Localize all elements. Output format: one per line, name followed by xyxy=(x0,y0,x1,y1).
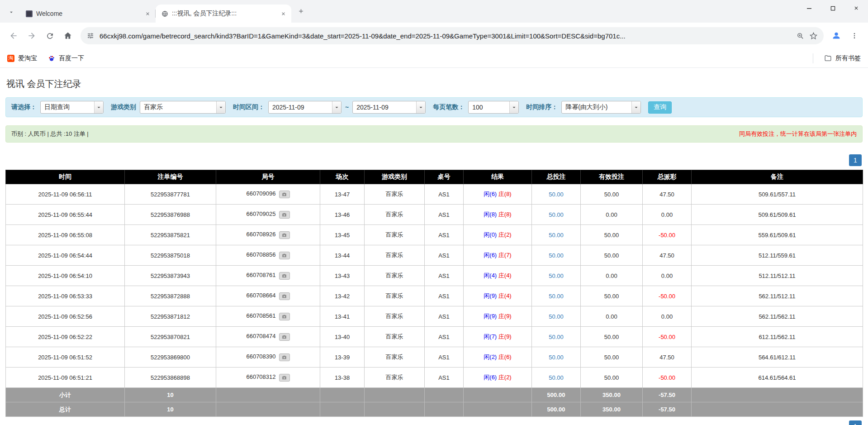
cell-session: 13-46 xyxy=(320,205,365,225)
header-valid-bet: 有效投注 xyxy=(581,170,643,184)
round-video-icon[interactable] xyxy=(279,191,290,198)
chevron-down-icon[interactable] xyxy=(509,101,518,113)
back-button[interactable] xyxy=(5,27,23,45)
total-bet-link[interactable]: 50.00 xyxy=(549,252,564,259)
game-type-select[interactable]: 百家乐 xyxy=(140,101,226,114)
cell-bet-id: 522953875018 xyxy=(125,245,216,266)
cell-valid-bet: 0.00 xyxy=(581,306,643,327)
bookmark-star-icon[interactable] xyxy=(810,32,817,40)
site-settings-icon[interactable] xyxy=(87,32,94,39)
cell-game-type: 百家乐 xyxy=(365,205,425,225)
chevron-down-icon[interactable] xyxy=(216,101,225,113)
cell-total-bet: 50.00 xyxy=(532,306,581,327)
date-end-select[interactable]: 2025-11-09 xyxy=(352,101,426,114)
round-video-icon[interactable] xyxy=(279,231,290,239)
new-tab-button[interactable] xyxy=(294,4,308,18)
cell-result: 闲(0) 庄(2) xyxy=(464,225,532,245)
cell-game-type: 百家乐 xyxy=(365,245,425,266)
per-page-select[interactable]: 100 xyxy=(468,101,519,114)
cell-time: 2025-11-09 06:53:33 xyxy=(6,286,125,306)
total-bet-link[interactable]: 50.00 xyxy=(549,272,564,279)
bookmark-baidu[interactable]: 百度一下 xyxy=(48,54,84,62)
cell-game-type: 百家乐 xyxy=(365,368,425,388)
sort-order-select[interactable]: 降幂(由大到小) xyxy=(561,101,641,114)
round-video-icon[interactable] xyxy=(279,292,290,300)
round-video-icon[interactable] xyxy=(279,353,290,361)
cell-total-bet: 50.00 xyxy=(532,347,581,368)
tab-search-button[interactable] xyxy=(4,5,19,20)
chevron-down-icon[interactable] xyxy=(332,101,341,113)
cell-round: 660709096 xyxy=(216,184,320,205)
header-time: 时间 xyxy=(6,170,125,184)
total-bet-link[interactable]: 50.00 xyxy=(549,232,564,239)
cell-total-bet: 50.00 xyxy=(532,225,581,245)
cell-note: 564.61/612.11 xyxy=(692,347,863,368)
cell-valid-bet: 50.00 xyxy=(581,184,643,205)
header-game-type: 游戏类别 xyxy=(365,170,425,184)
cell-round: 660708474 xyxy=(216,327,320,347)
page-number-button[interactable]: 1 xyxy=(849,154,862,166)
zoom-icon[interactable] xyxy=(797,32,804,40)
total-bet-link[interactable]: 50.00 xyxy=(549,354,564,361)
chevron-down-icon[interactable] xyxy=(94,101,103,113)
result-banker: 庄(9) xyxy=(498,313,512,320)
cell-result: 闲(6) 庄(2) xyxy=(464,368,532,388)
footer-session xyxy=(320,388,365,402)
total-bet-link[interactable]: 50.00 xyxy=(549,313,564,320)
profile-avatar[interactable] xyxy=(827,27,845,45)
total-bet-link[interactable]: 50.00 xyxy=(549,293,564,300)
round-video-icon[interactable] xyxy=(279,252,290,259)
chevron-down-icon[interactable] xyxy=(416,101,425,113)
round-video-icon[interactable] xyxy=(279,313,290,320)
footer-table xyxy=(425,402,464,417)
round-video-icon[interactable] xyxy=(279,272,290,280)
result-banker: 庄(4) xyxy=(498,272,512,279)
query-type-select[interactable]: 日期查询 xyxy=(40,101,104,114)
cell-bet-id: 522953876988 xyxy=(125,205,216,225)
round-video-icon[interactable] xyxy=(279,374,290,382)
cell-payout: -50.00 xyxy=(643,368,692,388)
page-title: 视讯 会员下注纪录 xyxy=(6,78,863,90)
globe-icon xyxy=(161,10,168,17)
browser-toolbar: 66cxkj98.com/game/betrecord_search/kind3… xyxy=(0,23,868,49)
total-bet-link[interactable]: 50.00 xyxy=(549,211,564,218)
result-player: 闲(7) xyxy=(484,333,497,340)
address-bar[interactable]: 66cxkj98.com/game/betrecord_search/kind3… xyxy=(81,27,824,44)
footer-game xyxy=(365,388,425,402)
menu-kebab-icon[interactable] xyxy=(845,27,863,45)
cell-session: 13-38 xyxy=(320,368,365,388)
date-start-select[interactable]: 2025-11-09 xyxy=(268,101,342,114)
cell-valid-bet: 50.00 xyxy=(581,347,643,368)
cell-valid-bet: 50.00 xyxy=(581,327,643,347)
total-bet-link[interactable]: 50.00 xyxy=(549,374,564,381)
round-video-icon[interactable] xyxy=(279,333,290,341)
close-window-button[interactable] xyxy=(844,0,868,16)
footer-payout: -57.50 xyxy=(643,388,692,402)
tab-close-icon[interactable] xyxy=(143,9,152,18)
cell-table: AS1 xyxy=(425,245,464,266)
refresh-button[interactable] xyxy=(41,27,59,45)
tab-bet-records[interactable]: :::视讯, 会员下注纪录::: xyxy=(156,5,291,23)
search-button[interactable]: 查询 xyxy=(648,101,672,114)
table-header-row: 时间 注单编号 局号 场次 游戏类别 桌号 结果 总投注 有效投注 总派彩 备注 xyxy=(6,170,863,184)
header-session: 场次 xyxy=(320,170,365,184)
round-video-icon[interactable] xyxy=(279,211,290,219)
result-banker: 庄(9) xyxy=(498,333,512,340)
home-button[interactable] xyxy=(59,27,77,45)
total-bet-link[interactable]: 50.00 xyxy=(549,334,564,340)
bookmark-label: 百度一下 xyxy=(59,54,84,62)
cell-round: 660708390 xyxy=(216,347,320,368)
url-text[interactable]: 66cxkj98.com/game/betrecord_search/kind3… xyxy=(100,32,791,40)
maximize-button[interactable] xyxy=(821,0,844,16)
chevron-down-icon[interactable] xyxy=(631,101,640,113)
cell-result: 闲(9) 庄(9) xyxy=(464,306,532,327)
all-bookmarks-button[interactable]: 所有书签 xyxy=(824,54,861,62)
tab-welcome[interactable]: Welcome xyxy=(20,5,156,23)
sort-order-label: 时间排序： xyxy=(526,103,558,111)
tab-close-icon[interactable] xyxy=(279,9,288,18)
bookmark-aitaobao[interactable]: 淘 爱淘宝 xyxy=(7,54,37,62)
page-number-button[interactable]: 1 xyxy=(849,420,862,425)
total-bet-link[interactable]: 50.00 xyxy=(549,191,564,198)
forward-button[interactable] xyxy=(23,27,41,45)
minimize-button[interactable] xyxy=(797,0,821,16)
